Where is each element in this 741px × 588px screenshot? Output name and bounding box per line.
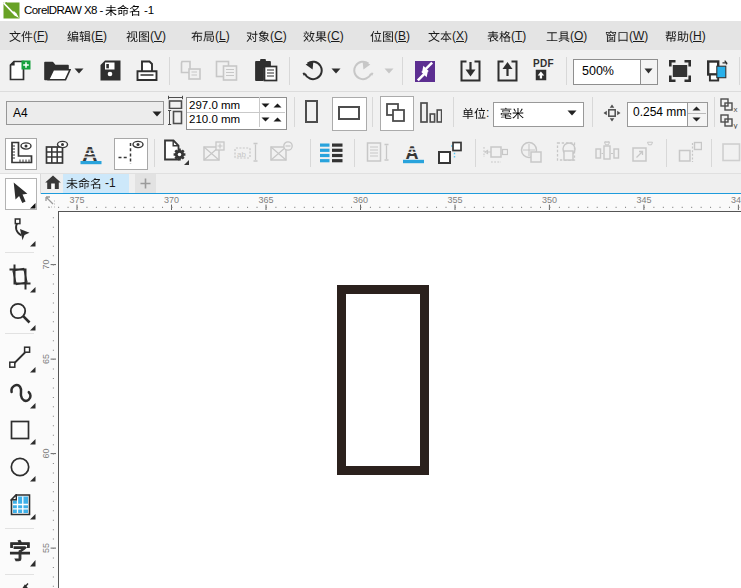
- svg-text:60: 60: [41, 449, 51, 459]
- svg-text:340: 340: [731, 196, 741, 206]
- svg-text:70: 70: [41, 260, 51, 270]
- svg-text:65: 65: [41, 354, 51, 364]
- svg-text:360: 360: [353, 196, 368, 206]
- svg-text:365: 365: [258, 196, 273, 206]
- svg-text:ab: ab: [237, 150, 246, 159]
- svg-text:375: 375: [69, 196, 84, 206]
- svg-text:x: x: [734, 105, 738, 114]
- svg-text:y: y: [734, 121, 738, 130]
- svg-text:355: 355: [447, 196, 462, 206]
- svg-text:55: 55: [41, 543, 51, 553]
- svg-text:345: 345: [636, 196, 651, 206]
- svg-text:370: 370: [164, 196, 179, 206]
- svg-text:350: 350: [542, 196, 557, 206]
